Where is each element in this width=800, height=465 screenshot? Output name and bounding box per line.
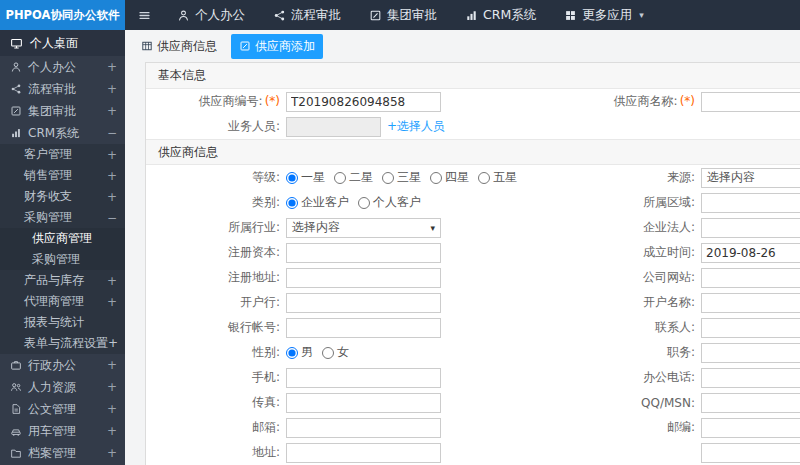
field-label: 企业法人: xyxy=(586,219,701,236)
radio-option[interactable]: 企业客户 xyxy=(286,194,349,211)
sidebar-item-label: 采购管理 xyxy=(32,251,80,268)
radio-input[interactable] xyxy=(478,172,490,184)
tab-supplier-info[interactable]: 供应商信息 xyxy=(133,34,225,59)
radio-option[interactable]: 个人客户 xyxy=(358,194,421,211)
share-flow-icon xyxy=(273,9,286,22)
mobile-input[interactable] xyxy=(286,368,441,388)
email-input[interactable] xyxy=(286,418,441,438)
radio-option[interactable]: 二星 xyxy=(334,169,373,186)
capital-input[interactable] xyxy=(286,243,441,263)
expand-icon: + xyxy=(107,148,117,162)
field-label: 邮箱: xyxy=(146,419,286,436)
sidebar-item-crm-system[interactable]: CRM系统 − xyxy=(0,122,125,144)
qq-msn-input[interactable] xyxy=(701,393,800,413)
form-row-capital: 注册资本: 成立时间: xyxy=(146,240,800,265)
founded-date-input[interactable] xyxy=(701,243,800,263)
radio-option[interactable]: 五星 xyxy=(478,169,517,186)
industry-select[interactable]: 选择内容 ▾ xyxy=(286,218,441,238)
bank-account-input[interactable] xyxy=(286,318,441,338)
contact-input[interactable] xyxy=(701,318,800,338)
radio-option[interactable]: 女 xyxy=(322,344,349,361)
sidebar-item-purchase-mgmt[interactable]: 采购管理 − xyxy=(0,207,125,228)
share-flow-icon xyxy=(10,83,22,95)
office-tel-input[interactable] xyxy=(701,368,800,388)
reg-address-input[interactable] xyxy=(286,268,441,288)
choose-staff-link[interactable]: +选择人员 xyxy=(387,118,445,135)
radio-option[interactable]: 一星 xyxy=(286,169,325,186)
nav-more-apps[interactable]: 更多应用 ▾ xyxy=(550,0,658,30)
monitor-icon xyxy=(10,37,23,50)
region-input[interactable] xyxy=(701,193,800,213)
website-input[interactable] xyxy=(701,268,800,288)
sidebar-item-supplier-mgmt[interactable]: 供应商管理 xyxy=(0,228,125,249)
bank-input[interactable] xyxy=(286,293,441,313)
menu-toggle-button[interactable] xyxy=(125,0,163,30)
field-label: 供应商编号: xyxy=(199,94,263,108)
sidebar-item-group-approval[interactable]: 集团审批 + xyxy=(0,100,125,122)
form-row-address: 地址: xyxy=(146,440,800,465)
sidebar-item-personal-office[interactable]: 个人办公 + xyxy=(0,56,125,78)
radio-input[interactable] xyxy=(430,172,442,184)
field-label: 地址: xyxy=(146,444,286,461)
radio-input[interactable] xyxy=(286,197,298,209)
radio-option[interactable]: 三星 xyxy=(382,169,421,186)
radio-input[interactable] xyxy=(286,172,298,184)
extra-input[interactable] xyxy=(701,443,800,463)
radio-input[interactable] xyxy=(334,172,346,184)
sidebar-item-form-flow-settings[interactable]: 表单与流程设置+ xyxy=(0,333,125,354)
source-select[interactable]: 选择内容 ▾ xyxy=(701,168,800,188)
sidebar-item-archive-mgmt[interactable]: 档案管理 + xyxy=(0,442,125,464)
nav-crm-system[interactable]: CRM系统 xyxy=(451,0,550,30)
sidebar-item-customer-mgmt[interactable]: 客户管理 + xyxy=(0,144,125,165)
car-icon xyxy=(10,425,22,437)
sidebar-item-sales-mgmt[interactable]: 销售管理 + xyxy=(0,165,125,186)
radio-label: 二星 xyxy=(349,169,373,186)
supplier-name-input[interactable] xyxy=(701,92,800,112)
field-label: 等级: xyxy=(146,169,286,186)
topbar: PHPOA协同办公软件 个人办公 流程审批 集团审批 CRM系统 更多应用 ▾ xyxy=(0,0,800,30)
expand-icon: + xyxy=(107,424,117,438)
staff-input[interactable] xyxy=(286,117,381,137)
nav-label: 集团审批 xyxy=(387,7,437,24)
sidebar-item-product-inventory[interactable]: 产品与库存 + xyxy=(0,270,125,291)
job-title-input[interactable] xyxy=(701,343,800,363)
sidebar-item-reports[interactable]: 报表与统计 xyxy=(0,312,125,333)
zip-input[interactable] xyxy=(701,418,800,438)
radio-input[interactable] xyxy=(358,197,370,209)
expand-icon: + xyxy=(107,274,117,288)
tab-supplier-add[interactable]: 供应商添加 xyxy=(231,34,323,59)
sidebar-item-vehicle-mgmt[interactable]: 用车管理 + xyxy=(0,420,125,442)
nav-personal-office[interactable]: 个人办公 xyxy=(163,0,259,30)
radio-option[interactable]: 四星 xyxy=(430,169,469,186)
legal-person-input[interactable] xyxy=(701,218,800,238)
field-label: 职务: xyxy=(586,344,701,361)
sidebar-item-admin-office[interactable]: 行政办公 + xyxy=(0,354,125,376)
sidebar-item-desktop[interactable]: 个人桌面 xyxy=(0,30,125,56)
sidebar-item-process-approval[interactable]: 流程审批 + xyxy=(0,78,125,100)
radio-input[interactable] xyxy=(322,347,334,359)
form-row-fax: 传真: QQ/MSN: xyxy=(146,390,800,415)
nav-process-approval[interactable]: 流程审批 xyxy=(259,0,355,30)
supplier-no-input[interactable] xyxy=(286,92,441,112)
supplier-form-panel: 基本信息 供应商编号:(*) 供应商名称:(*) 业务人员: +选择人员 供应商… xyxy=(145,62,800,465)
sidebar-item-document-mgmt[interactable]: 公文管理 + xyxy=(0,398,125,420)
sidebar-item-label: 报表与统计 xyxy=(24,314,84,331)
expand-icon: + xyxy=(107,169,117,183)
account-name-input[interactable] xyxy=(701,293,800,313)
select-value: 选择内容 xyxy=(292,219,340,236)
sidebar-item-purchasing[interactable]: 采购管理 xyxy=(0,249,125,270)
field-label: 供应商名称: xyxy=(614,94,678,108)
sidebar-item-agent-mgmt[interactable]: 代理商管理 + xyxy=(0,291,125,312)
collapse-icon: − xyxy=(107,211,117,225)
radio-option[interactable]: 男 xyxy=(286,344,313,361)
fax-input[interactable] xyxy=(286,393,441,413)
radio-input[interactable] xyxy=(286,347,298,359)
nav-group-approval[interactable]: 集团审批 xyxy=(355,0,451,30)
sidebar-item-hr[interactable]: 人力资源 + xyxy=(0,376,125,398)
address-input[interactable] xyxy=(286,443,441,463)
radio-input[interactable] xyxy=(382,172,394,184)
radio-label: 企业客户 xyxy=(301,194,349,211)
nav-label: CRM系统 xyxy=(483,7,536,24)
sidebar-item-finance[interactable]: 财务收支 + xyxy=(0,186,125,207)
apps-grid-icon xyxy=(564,9,577,22)
